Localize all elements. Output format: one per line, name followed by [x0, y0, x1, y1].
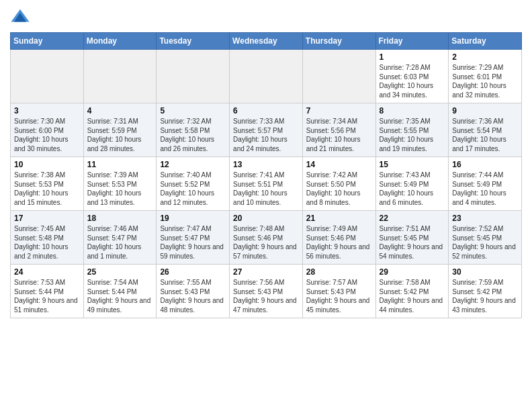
day-number: 25 — [87, 267, 153, 277]
day-number: 11 — [87, 160, 153, 169]
weekday-header: Tuesday — [157, 33, 230, 50]
day-number: 24 — [14, 267, 80, 277]
calendar-cell: 24Sunrise: 7:53 AM Sunset: 5:44 PM Dayli… — [11, 265, 84, 318]
calendar-cell: 14Sunrise: 7:42 AM Sunset: 5:50 PM Dayli… — [302, 157, 375, 211]
day-number: 18 — [87, 214, 153, 223]
day-info: Sunrise: 7:44 AM Sunset: 5:49 PM Dayligh… — [452, 171, 518, 207]
day-info: Sunrise: 7:42 AM Sunset: 5:50 PM Dayligh… — [306, 171, 372, 207]
day-number: 13 — [233, 160, 299, 169]
day-number: 2 — [452, 52, 518, 62]
day-info: Sunrise: 7:33 AM Sunset: 5:57 PM Dayligh… — [233, 117, 299, 153]
calendar-cell: 2Sunrise: 7:29 AM Sunset: 6:01 PM Daylig… — [449, 50, 522, 103]
day-info: Sunrise: 7:54 AM Sunset: 5:44 PM Dayligh… — [87, 278, 153, 314]
calendar-cell: 23Sunrise: 7:52 AM Sunset: 5:45 PM Dayli… — [449, 211, 522, 265]
day-number: 28 — [306, 267, 372, 277]
day-number: 29 — [380, 267, 445, 277]
day-number: 21 — [306, 214, 372, 223]
calendar-cell: 16Sunrise: 7:44 AM Sunset: 5:49 PM Dayli… — [449, 157, 522, 211]
day-info: Sunrise: 7:41 AM Sunset: 5:51 PM Dayligh… — [233, 171, 299, 207]
calendar-header-row: SundayMondayTuesdayWednesdayThursdayFrid… — [11, 33, 522, 50]
calendar-cell — [157, 50, 230, 103]
day-info: Sunrise: 7:49 AM Sunset: 5:46 PM Dayligh… — [306, 224, 372, 261]
day-number: 16 — [452, 160, 518, 169]
calendar-cell: 7Sunrise: 7:34 AM Sunset: 5:56 PM Daylig… — [302, 103, 375, 157]
day-number: 1 — [380, 52, 445, 62]
day-info: Sunrise: 7:46 AM Sunset: 5:47 PM Dayligh… — [87, 224, 153, 261]
weekday-header: Friday — [375, 33, 449, 50]
day-number: 27 — [233, 267, 299, 277]
day-info: Sunrise: 7:36 AM Sunset: 5:54 PM Dayligh… — [452, 117, 518, 153]
calendar-cell: 9Sunrise: 7:36 AM Sunset: 5:54 PM Daylig… — [449, 103, 522, 157]
calendar-cell: 10Sunrise: 7:38 AM Sunset: 5:53 PM Dayli… — [11, 157, 84, 211]
calendar-cell: 30Sunrise: 7:59 AM Sunset: 5:42 PM Dayli… — [449, 265, 522, 318]
day-number: 10 — [14, 160, 80, 169]
day-info: Sunrise: 7:45 AM Sunset: 5:48 PM Dayligh… — [14, 224, 80, 261]
day-number: 17 — [14, 214, 80, 223]
calendar-cell: 27Sunrise: 7:56 AM Sunset: 5:43 PM Dayli… — [230, 265, 303, 318]
day-number: 12 — [160, 160, 226, 169]
page-header — [10, 7, 522, 27]
calendar-cell: 15Sunrise: 7:43 AM Sunset: 5:49 PM Dayli… — [375, 157, 449, 211]
day-number: 3 — [14, 106, 80, 116]
calendar-cell: 12Sunrise: 7:40 AM Sunset: 5:52 PM Dayli… — [157, 157, 230, 211]
day-number: 19 — [160, 214, 226, 223]
calendar-cell: 11Sunrise: 7:39 AM Sunset: 5:53 PM Dayli… — [83, 157, 157, 211]
calendar-cell: 13Sunrise: 7:41 AM Sunset: 5:51 PM Dayli… — [230, 157, 303, 211]
day-number: 7 — [306, 106, 372, 116]
calendar-cell: 29Sunrise: 7:58 AM Sunset: 5:42 PM Dayli… — [375, 265, 449, 318]
day-info: Sunrise: 7:58 AM Sunset: 5:42 PM Dayligh… — [380, 278, 445, 314]
day-number: 22 — [380, 214, 445, 223]
day-info: Sunrise: 7:55 AM Sunset: 5:43 PM Dayligh… — [160, 278, 226, 314]
weekday-header: Thursday — [302, 33, 375, 50]
day-info: Sunrise: 7:51 AM Sunset: 5:45 PM Dayligh… — [380, 224, 445, 261]
day-number: 6 — [233, 106, 299, 116]
day-info: Sunrise: 7:57 AM Sunset: 5:43 PM Dayligh… — [306, 278, 372, 314]
day-number: 5 — [160, 106, 226, 116]
calendar-week-row: 24Sunrise: 7:53 AM Sunset: 5:44 PM Dayli… — [11, 265, 522, 318]
calendar-cell: 4Sunrise: 7:31 AM Sunset: 5:59 PM Daylig… — [83, 103, 157, 157]
calendar-cell: 19Sunrise: 7:47 AM Sunset: 5:47 PM Dayli… — [157, 211, 230, 265]
day-info: Sunrise: 7:29 AM Sunset: 6:01 PM Dayligh… — [452, 63, 518, 99]
day-info: Sunrise: 7:35 AM Sunset: 5:55 PM Dayligh… — [380, 117, 445, 153]
weekday-header: Monday — [83, 33, 157, 50]
calendar-cell: 26Sunrise: 7:55 AM Sunset: 5:43 PM Dayli… — [157, 265, 230, 318]
day-number: 30 — [452, 267, 518, 277]
calendar-week-row: 10Sunrise: 7:38 AM Sunset: 5:53 PM Dayli… — [11, 157, 522, 211]
calendar-cell — [11, 50, 84, 103]
day-info: Sunrise: 7:31 AM Sunset: 5:59 PM Dayligh… — [87, 117, 153, 153]
calendar-cell: 6Sunrise: 7:33 AM Sunset: 5:57 PM Daylig… — [230, 103, 303, 157]
day-info: Sunrise: 7:47 AM Sunset: 5:47 PM Dayligh… — [160, 224, 226, 261]
day-number: 9 — [452, 106, 518, 116]
day-info: Sunrise: 7:52 AM Sunset: 5:45 PM Dayligh… — [452, 224, 518, 261]
calendar-cell: 1Sunrise: 7:28 AM Sunset: 6:03 PM Daylig… — [375, 50, 449, 103]
calendar-cell — [302, 50, 375, 103]
day-number: 15 — [380, 160, 445, 169]
calendar-cell: 8Sunrise: 7:35 AM Sunset: 5:55 PM Daylig… — [375, 103, 449, 157]
calendar-cell: 18Sunrise: 7:46 AM Sunset: 5:47 PM Dayli… — [83, 211, 157, 265]
logo — [10, 7, 34, 27]
day-number: 4 — [87, 106, 153, 116]
weekday-header: Wednesday — [230, 33, 303, 50]
calendar-table: SundayMondayTuesdayWednesdayThursdayFrid… — [10, 32, 522, 318]
day-info: Sunrise: 7:34 AM Sunset: 5:56 PM Dayligh… — [306, 117, 372, 153]
day-info: Sunrise: 7:59 AM Sunset: 5:42 PM Dayligh… — [452, 278, 518, 314]
day-number: 14 — [306, 160, 372, 169]
day-number: 23 — [452, 214, 518, 223]
weekday-header: Sunday — [11, 33, 84, 50]
calendar-cell — [230, 50, 303, 103]
day-info: Sunrise: 7:48 AM Sunset: 5:46 PM Dayligh… — [233, 224, 299, 261]
day-info: Sunrise: 7:43 AM Sunset: 5:49 PM Dayligh… — [380, 171, 445, 207]
calendar-week-row: 17Sunrise: 7:45 AM Sunset: 5:48 PM Dayli… — [11, 211, 522, 265]
day-number: 20 — [233, 214, 299, 223]
calendar-cell: 21Sunrise: 7:49 AM Sunset: 5:46 PM Dayli… — [302, 211, 375, 265]
calendar-week-row: 1Sunrise: 7:28 AM Sunset: 6:03 PM Daylig… — [11, 50, 522, 103]
calendar-cell — [83, 50, 157, 103]
page-container: SundayMondayTuesdayWednesdayThursdayFrid… — [0, 0, 532, 411]
calendar-week-row: 3Sunrise: 7:30 AM Sunset: 6:00 PM Daylig… — [11, 103, 522, 157]
calendar-cell: 25Sunrise: 7:54 AM Sunset: 5:44 PM Dayli… — [83, 265, 157, 318]
day-info: Sunrise: 7:53 AM Sunset: 5:44 PM Dayligh… — [14, 278, 80, 314]
day-info: Sunrise: 7:28 AM Sunset: 6:03 PM Dayligh… — [380, 63, 445, 99]
weekday-header: Saturday — [449, 33, 522, 50]
calendar-cell: 17Sunrise: 7:45 AM Sunset: 5:48 PM Dayli… — [11, 211, 84, 265]
calendar-cell: 20Sunrise: 7:48 AM Sunset: 5:46 PM Dayli… — [230, 211, 303, 265]
